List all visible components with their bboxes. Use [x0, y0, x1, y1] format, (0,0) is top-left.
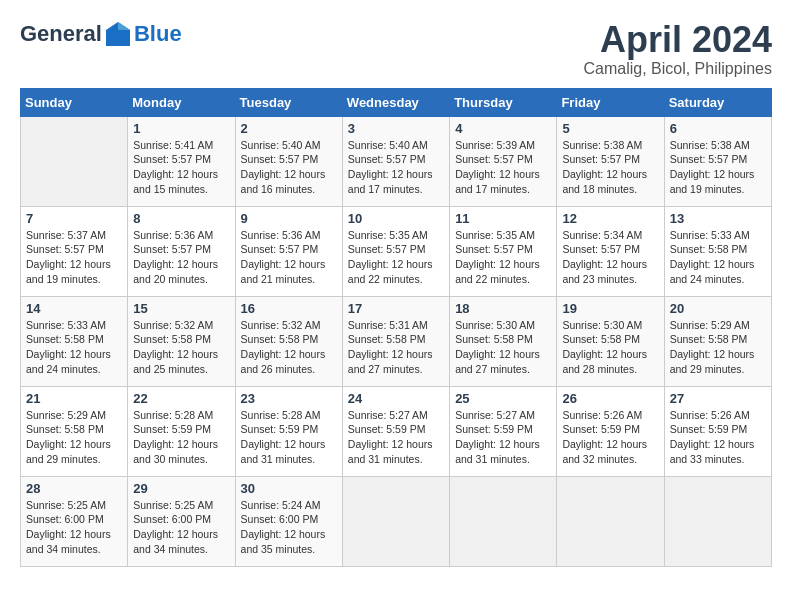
main-title: April 2024 — [583, 20, 772, 60]
day-info: Sunrise: 5:32 AMSunset: 5:58 PMDaylight:… — [133, 318, 229, 377]
calendar-cell: 17Sunrise: 5:31 AMSunset: 5:58 PMDayligh… — [342, 296, 449, 386]
calendar-week-4: 21Sunrise: 5:29 AMSunset: 5:58 PMDayligh… — [21, 386, 772, 476]
calendar-cell: 6Sunrise: 5:38 AMSunset: 5:57 PMDaylight… — [664, 116, 771, 206]
logo-blue-text: Blue — [134, 21, 182, 47]
day-number: 3 — [348, 121, 444, 136]
day-number: 11 — [455, 211, 551, 226]
logo-general-text: General — [20, 21, 102, 47]
day-number: 5 — [562, 121, 658, 136]
calendar-cell — [557, 476, 664, 566]
day-number: 18 — [455, 301, 551, 316]
day-info: Sunrise: 5:30 AMSunset: 5:58 PMDaylight:… — [455, 318, 551, 377]
day-info: Sunrise: 5:33 AMSunset: 5:58 PMDaylight:… — [26, 318, 122, 377]
day-info: Sunrise: 5:27 AMSunset: 5:59 PMDaylight:… — [455, 408, 551, 467]
day-number: 10 — [348, 211, 444, 226]
day-number: 1 — [133, 121, 229, 136]
calendar-table: SundayMondayTuesdayWednesdayThursdayFrid… — [20, 88, 772, 567]
day-info: Sunrise: 5:25 AMSunset: 6:00 PMDaylight:… — [133, 498, 229, 557]
day-info: Sunrise: 5:35 AMSunset: 5:57 PMDaylight:… — [348, 228, 444, 287]
calendar-cell — [450, 476, 557, 566]
day-number: 29 — [133, 481, 229, 496]
day-number: 26 — [562, 391, 658, 406]
calendar-cell: 4Sunrise: 5:39 AMSunset: 5:57 PMDaylight… — [450, 116, 557, 206]
header-day-tuesday: Tuesday — [235, 88, 342, 116]
calendar-cell: 19Sunrise: 5:30 AMSunset: 5:58 PMDayligh… — [557, 296, 664, 386]
day-info: Sunrise: 5:28 AMSunset: 5:59 PMDaylight:… — [241, 408, 337, 467]
header-day-wednesday: Wednesday — [342, 88, 449, 116]
calendar-cell: 23Sunrise: 5:28 AMSunset: 5:59 PMDayligh… — [235, 386, 342, 476]
day-number: 14 — [26, 301, 122, 316]
day-number: 22 — [133, 391, 229, 406]
calendar-cell: 2Sunrise: 5:40 AMSunset: 5:57 PMDaylight… — [235, 116, 342, 206]
day-info: Sunrise: 5:24 AMSunset: 6:00 PMDaylight:… — [241, 498, 337, 557]
day-info: Sunrise: 5:35 AMSunset: 5:57 PMDaylight:… — [455, 228, 551, 287]
day-info: Sunrise: 5:41 AMSunset: 5:57 PMDaylight:… — [133, 138, 229, 197]
day-info: Sunrise: 5:37 AMSunset: 5:57 PMDaylight:… — [26, 228, 122, 287]
day-number: 30 — [241, 481, 337, 496]
day-info: Sunrise: 5:38 AMSunset: 5:57 PMDaylight:… — [562, 138, 658, 197]
calendar-cell: 9Sunrise: 5:36 AMSunset: 5:57 PMDaylight… — [235, 206, 342, 296]
calendar-cell: 12Sunrise: 5:34 AMSunset: 5:57 PMDayligh… — [557, 206, 664, 296]
day-number: 21 — [26, 391, 122, 406]
calendar-week-1: 1Sunrise: 5:41 AMSunset: 5:57 PMDaylight… — [21, 116, 772, 206]
calendar-cell: 28Sunrise: 5:25 AMSunset: 6:00 PMDayligh… — [21, 476, 128, 566]
calendar-cell: 13Sunrise: 5:33 AMSunset: 5:58 PMDayligh… — [664, 206, 771, 296]
calendar-cell: 3Sunrise: 5:40 AMSunset: 5:57 PMDaylight… — [342, 116, 449, 206]
calendar-cell: 27Sunrise: 5:26 AMSunset: 5:59 PMDayligh… — [664, 386, 771, 476]
calendar-cell: 20Sunrise: 5:29 AMSunset: 5:58 PMDayligh… — [664, 296, 771, 386]
day-info: Sunrise: 5:32 AMSunset: 5:58 PMDaylight:… — [241, 318, 337, 377]
day-info: Sunrise: 5:27 AMSunset: 5:59 PMDaylight:… — [348, 408, 444, 467]
calendar-cell: 18Sunrise: 5:30 AMSunset: 5:58 PMDayligh… — [450, 296, 557, 386]
day-number: 12 — [562, 211, 658, 226]
day-number: 15 — [133, 301, 229, 316]
title-area: April 2024 Camalig, Bicol, Philippines — [583, 20, 772, 78]
calendar-week-5: 28Sunrise: 5:25 AMSunset: 6:00 PMDayligh… — [21, 476, 772, 566]
day-number: 25 — [455, 391, 551, 406]
day-number: 16 — [241, 301, 337, 316]
page-header: General Blue April 2024 Camalig, Bicol, … — [20, 20, 772, 78]
calendar-week-2: 7Sunrise: 5:37 AMSunset: 5:57 PMDaylight… — [21, 206, 772, 296]
calendar-cell: 21Sunrise: 5:29 AMSunset: 5:58 PMDayligh… — [21, 386, 128, 476]
day-info: Sunrise: 5:29 AMSunset: 5:58 PMDaylight:… — [670, 318, 766, 377]
day-info: Sunrise: 5:34 AMSunset: 5:57 PMDaylight:… — [562, 228, 658, 287]
day-info: Sunrise: 5:40 AMSunset: 5:57 PMDaylight:… — [241, 138, 337, 197]
day-number: 24 — [348, 391, 444, 406]
day-info: Sunrise: 5:36 AMSunset: 5:57 PMDaylight:… — [241, 228, 337, 287]
calendar-cell: 30Sunrise: 5:24 AMSunset: 6:00 PMDayligh… — [235, 476, 342, 566]
day-info: Sunrise: 5:25 AMSunset: 6:00 PMDaylight:… — [26, 498, 122, 557]
calendar-cell: 10Sunrise: 5:35 AMSunset: 5:57 PMDayligh… — [342, 206, 449, 296]
day-number: 20 — [670, 301, 766, 316]
day-info: Sunrise: 5:38 AMSunset: 5:57 PMDaylight:… — [670, 138, 766, 197]
calendar-header: SundayMondayTuesdayWednesdayThursdayFrid… — [21, 88, 772, 116]
day-number: 4 — [455, 121, 551, 136]
day-info: Sunrise: 5:30 AMSunset: 5:58 PMDaylight:… — [562, 318, 658, 377]
calendar-cell: 11Sunrise: 5:35 AMSunset: 5:57 PMDayligh… — [450, 206, 557, 296]
day-info: Sunrise: 5:40 AMSunset: 5:57 PMDaylight:… — [348, 138, 444, 197]
calendar-cell: 5Sunrise: 5:38 AMSunset: 5:57 PMDaylight… — [557, 116, 664, 206]
calendar-cell: 29Sunrise: 5:25 AMSunset: 6:00 PMDayligh… — [128, 476, 235, 566]
logo-icon — [104, 20, 132, 48]
day-number: 19 — [562, 301, 658, 316]
day-number: 6 — [670, 121, 766, 136]
header-day-saturday: Saturday — [664, 88, 771, 116]
day-info: Sunrise: 5:29 AMSunset: 5:58 PMDaylight:… — [26, 408, 122, 467]
calendar-cell: 1Sunrise: 5:41 AMSunset: 5:57 PMDaylight… — [128, 116, 235, 206]
day-number: 28 — [26, 481, 122, 496]
svg-marker-1 — [118, 22, 130, 30]
day-number: 27 — [670, 391, 766, 406]
day-info: Sunrise: 5:33 AMSunset: 5:58 PMDaylight:… — [670, 228, 766, 287]
day-info: Sunrise: 5:36 AMSunset: 5:57 PMDaylight:… — [133, 228, 229, 287]
calendar-cell: 24Sunrise: 5:27 AMSunset: 5:59 PMDayligh… — [342, 386, 449, 476]
calendar-cell: 22Sunrise: 5:28 AMSunset: 5:59 PMDayligh… — [128, 386, 235, 476]
calendar-cell: 25Sunrise: 5:27 AMSunset: 5:59 PMDayligh… — [450, 386, 557, 476]
calendar-cell — [664, 476, 771, 566]
day-info: Sunrise: 5:26 AMSunset: 5:59 PMDaylight:… — [562, 408, 658, 467]
day-number: 7 — [26, 211, 122, 226]
calendar-cell: 7Sunrise: 5:37 AMSunset: 5:57 PMDaylight… — [21, 206, 128, 296]
day-number: 23 — [241, 391, 337, 406]
day-info: Sunrise: 5:39 AMSunset: 5:57 PMDaylight:… — [455, 138, 551, 197]
header-day-friday: Friday — [557, 88, 664, 116]
day-info: Sunrise: 5:31 AMSunset: 5:58 PMDaylight:… — [348, 318, 444, 377]
header-row: SundayMondayTuesdayWednesdayThursdayFrid… — [21, 88, 772, 116]
day-info: Sunrise: 5:28 AMSunset: 5:59 PMDaylight:… — [133, 408, 229, 467]
